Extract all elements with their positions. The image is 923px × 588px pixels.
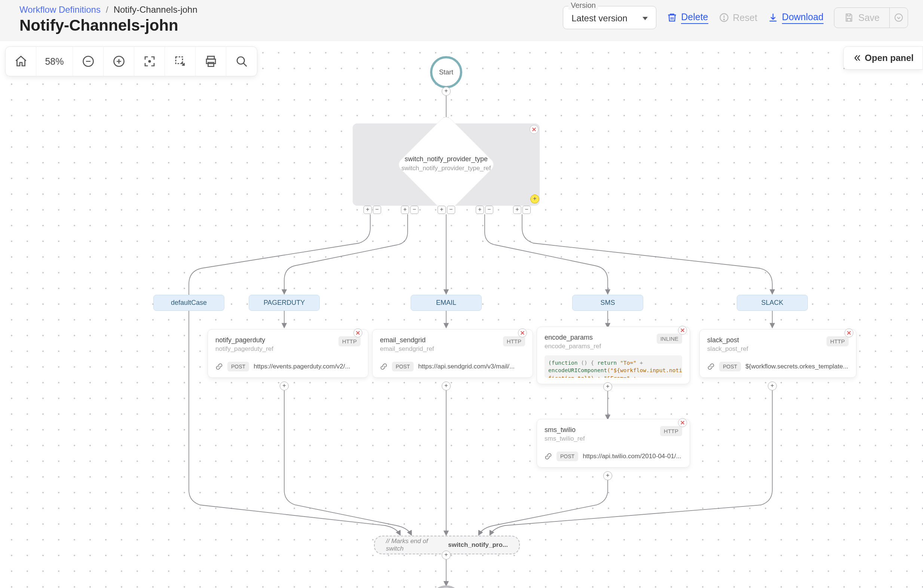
chevrons-left-icon [853,54,862,62]
add-after-start[interactable]: + [442,87,451,96]
download-button[interactable]: Download [768,11,823,24]
task-encode-params[interactable]: encode_params encode_params_ref INLINE (… [537,327,690,384]
add-after-encode[interactable]: + [603,382,612,391]
chevron-down-icon [642,17,648,20]
task-email-sendgrid[interactable]: email_sendgrid email_sendgrid_ref HTTP P… [372,329,533,378]
task-type-badge: HTTP [338,336,361,347]
branch-default[interactable]: defaultCase [153,295,224,311]
save-dropdown-button [890,8,908,28]
task-type-badge: INLINE [657,333,682,344]
task-sms-twilio[interactable]: sms_twilio sms_twilio_ref HTTP POST http… [537,419,690,468]
inline-code-preview: (function () { return "To=" + encodeURIC… [545,355,682,378]
link-icon [215,363,223,370]
add-after-sms[interactable]: + [603,471,612,480]
branch-chip-sms[interactable]: +− [476,206,493,214]
delete-switch-node[interactable] [530,125,539,134]
task-type-badge: HTTP [826,336,849,347]
add-after-join[interactable]: + [442,550,451,560]
branch-chip-default[interactable]: +− [363,206,381,214]
zoom-out-button[interactable] [73,47,103,76]
delete-task-sms[interactable] [678,418,687,427]
switch-node[interactable]: switch_notify_provider_type switch_notif… [353,123,540,206]
end-node[interactable]: End [430,585,462,588]
breadcrumb-separator: / [106,5,108,15]
svg-point-9 [148,61,150,62]
zoom-in-button[interactable] [103,47,134,76]
branch-slack[interactable]: SLACK [737,295,808,311]
breadcrumb: Workflow Definitions / Notify-Channels-j… [20,5,197,15]
svg-point-14 [237,57,245,64]
svg-point-3 [895,14,902,21]
svg-line-15 [243,63,246,66]
branch-email[interactable]: EMAIL [411,295,482,311]
add-after-email[interactable]: + [442,381,451,391]
add-branch-button[interactable]: + [530,194,539,204]
delete-task-encode[interactable] [678,326,687,335]
selection-button[interactable] [165,47,195,76]
home-button[interactable] [6,47,36,76]
branch-chip-slack[interactable]: +− [513,206,531,214]
reset-button: Reset [719,12,757,23]
version-value: Latest version [572,13,627,23]
task-slack-post[interactable]: slack_post slack_post_ref HTTP POST ${wo… [700,329,856,378]
branch-chip-email[interactable]: +− [438,206,455,214]
version-select[interactable]: Version Latest version [563,6,656,29]
save-button-group: Save [834,8,908,28]
breadcrumb-root-link[interactable]: Workflow Definitions [20,5,100,15]
zoom-level[interactable]: 58% [36,47,73,76]
canvas-toolbar: 58% [5,46,257,76]
open-panel-label: Open panel [865,53,914,63]
page-title: Notify-Channels-john [20,16,197,34]
delete-button[interactable]: Delete [667,11,708,24]
delete-task-slack[interactable] [844,328,854,337]
delete-task-pagerduty[interactable] [353,328,362,337]
branch-sms[interactable]: SMS [572,295,643,311]
open-panel-button[interactable]: Open panel [843,46,923,70]
branch-pagerduty[interactable]: PAGERDUTY [249,295,320,311]
task-notify-pagerduty[interactable]: notify_pagerduty notify_pagerduty_ref HT… [208,329,368,378]
link-icon [545,453,552,460]
add-after-pagerduty[interactable]: + [280,381,289,391]
print-button[interactable] [195,47,226,76]
task-type-badge: HTTP [503,336,525,347]
version-legend: Version [568,1,598,10]
search-button[interactable] [226,47,257,76]
save-button: Save [834,8,890,28]
svg-point-2 [723,19,724,20]
start-node[interactable]: Start [430,56,462,88]
link-icon [380,363,388,370]
svg-rect-13 [208,62,214,67]
switch-node-ref: switch_notify_provider_type_ref [394,164,499,172]
switch-node-name: switch_notify_provider_type [394,155,499,163]
task-type-badge: HTTP [660,426,682,436]
branch-chip-pagerduty[interactable]: +− [401,206,419,214]
breadcrumb-current: Notify-Channels-john [114,5,197,15]
delete-task-email[interactable] [518,328,527,337]
link-icon [707,363,715,370]
add-after-slack[interactable]: + [768,381,777,391]
fit-button[interactable] [134,47,165,76]
